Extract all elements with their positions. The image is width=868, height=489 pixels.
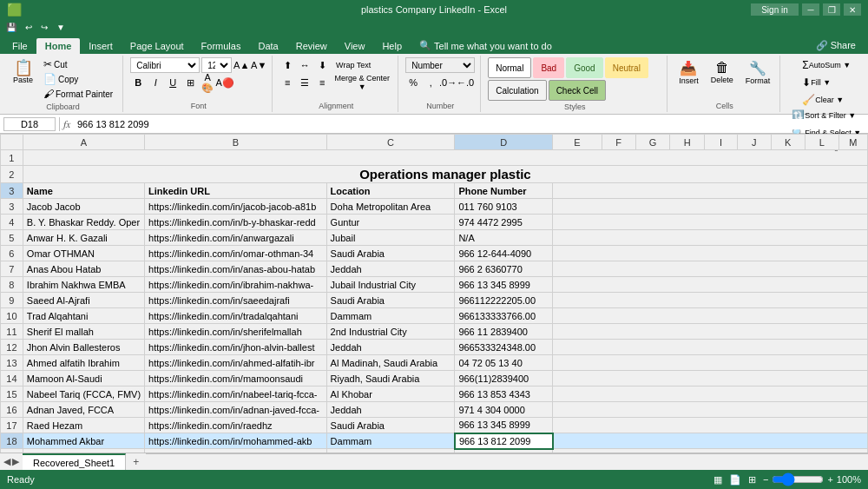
percent-button[interactable]: % bbox=[405, 75, 421, 90]
col-header-a[interactable]: A bbox=[23, 135, 144, 150]
cell-name[interactable]: B. Y. Bhaskar Reddy. Oper bbox=[23, 215, 144, 230]
cell-name[interactable]: Ahmed alfatih Ibrahim bbox=[23, 355, 144, 371]
fill-button[interactable]: ⬇Fill ▼ bbox=[798, 75, 835, 90]
align-left-button[interactable]: ≡ bbox=[279, 75, 295, 90]
cell-location[interactable]: Saudi Arabia bbox=[326, 418, 455, 433]
cell-location[interactable]: Al Madinah, Saudi Arabia bbox=[326, 355, 455, 371]
cell-empty[interactable] bbox=[553, 433, 868, 449]
cell-location[interactable]: Saudi Arabia bbox=[326, 246, 455, 261]
cell-empty[interactable] bbox=[553, 277, 868, 293]
tab-data[interactable]: Data bbox=[249, 38, 286, 54]
col-header-d[interactable]: D bbox=[455, 135, 553, 150]
cell-name[interactable]: Nabeel Tariq (FCCA, FMV) bbox=[23, 387, 144, 402]
tab-formulas[interactable]: Formulas bbox=[193, 38, 250, 54]
undo-icon[interactable]: ↩ bbox=[23, 22, 35, 33]
col-header-f[interactable]: F bbox=[602, 135, 635, 150]
cell-url[interactable]: https://linkedin.com/in/omar-othman-34 bbox=[145, 246, 327, 261]
cell-phone[interactable]: 011 760 9103 bbox=[455, 199, 553, 215]
cell-empty[interactable] bbox=[553, 230, 868, 246]
style-calculation[interactable]: Calculation bbox=[488, 80, 546, 101]
border-button[interactable]: ⊞ bbox=[182, 75, 198, 90]
cell-url[interactable]: https://linkedin.com/in/jacob-jacob-a81b bbox=[145, 199, 327, 215]
fill-color-button[interactable]: A🎨 bbox=[200, 75, 215, 90]
cell-location[interactable]: Jubail bbox=[326, 230, 455, 246]
tab-help[interactable]: Help bbox=[373, 38, 411, 54]
col-header-e[interactable]: E bbox=[553, 135, 602, 150]
tab-tell-me[interactable]: 🔍Tell me what you want to do bbox=[411, 37, 561, 54]
cell-name[interactable]: Anas Abou Hatab bbox=[23, 261, 144, 277]
prev-sheet-icon[interactable]: ◀ bbox=[3, 456, 10, 467]
style-normal[interactable]: Normal bbox=[488, 57, 531, 78]
format-painter-button[interactable]: 🖌 Format Painter bbox=[39, 87, 117, 101]
cell-url[interactable]: https://linkedin.com/in/mamoonsaudi bbox=[145, 371, 327, 387]
cell-location[interactable]: Jeddah bbox=[326, 449, 455, 453]
style-good[interactable]: Good bbox=[566, 57, 602, 78]
cell-phone[interactable]: 974 4472 2995 bbox=[455, 215, 553, 230]
align-bottom-button[interactable]: ⬇ bbox=[314, 57, 330, 73]
wrap-text-button[interactable]: Wrap Text bbox=[332, 57, 375, 73]
underline-button[interactable]: U bbox=[165, 75, 181, 90]
cell-url[interactable]: https://linkedin.com/in/tradalqahtani bbox=[145, 308, 327, 324]
font-family-select[interactable]: Calibri bbox=[130, 57, 200, 73]
cell-phone[interactable]: 966112222205.00 bbox=[455, 293, 553, 308]
next-sheet-icon[interactable]: ▶ bbox=[12, 456, 19, 467]
sheet-title-cell[interactable]: Operations manager plastic bbox=[23, 166, 867, 183]
increase-decimal-button[interactable]: .0→ bbox=[440, 75, 456, 90]
merge-center-button[interactable]: Merge & Center ▼ bbox=[332, 75, 392, 90]
style-bad[interactable]: Bad bbox=[533, 57, 564, 78]
align-right-button[interactable]: ≡ bbox=[314, 75, 330, 90]
cell-name[interactable]: Sherif El mallah bbox=[23, 324, 144, 340]
cell-name[interactable]: Anwar H. K. Gazali bbox=[23, 230, 144, 246]
cell-name[interactable]: Raed Hezam bbox=[23, 418, 144, 433]
cell-url[interactable]: https://linkedin.com/in/jhon-alvin-balle… bbox=[145, 340, 327, 355]
cell-url[interactable]: https://linkedin.com/in/adnan-javed-fcca… bbox=[145, 402, 327, 418]
cell-phone[interactable]: 966 2 6360770 bbox=[455, 261, 553, 277]
cell-location[interactable]: Riyadh, Saudi Arabia bbox=[326, 371, 455, 387]
cell-url[interactable]: https://linkedin.com/in/ahmed-alfatih-ib… bbox=[145, 355, 327, 371]
cell-url[interactable]: https://linkedin.com/in/raedhz bbox=[145, 418, 327, 433]
cell-url[interactable]: https://linkedin.com/in/b-y-bhaskar-redd bbox=[145, 215, 327, 230]
cell-name[interactable]: Abdelfattah Alnimer MBA bbox=[23, 449, 144, 453]
font-color-button[interactable]: A🔴 bbox=[217, 75, 233, 90]
cell-empty[interactable] bbox=[553, 261, 868, 277]
cell-empty[interactable] bbox=[553, 215, 868, 230]
cell-location[interactable]: 2nd Industrial City bbox=[326, 324, 455, 340]
col-header-l[interactable]: L bbox=[805, 135, 838, 150]
cell-url[interactable]: https://linkedin.com/in/ibrahim-nakhwa- bbox=[145, 277, 327, 293]
formula-input[interactable] bbox=[74, 119, 865, 129]
align-middle-button[interactable]: ↔ bbox=[297, 57, 312, 73]
cut-button[interactable]: ✂ Cut bbox=[39, 57, 117, 71]
cell-phone[interactable]: 966 13 853 4343 bbox=[455, 387, 553, 402]
tab-view[interactable]: View bbox=[336, 38, 374, 54]
cell-url[interactable]: https://linkedin.com/in/nabeel-tariq-fcc… bbox=[145, 387, 327, 402]
cell-empty[interactable] bbox=[553, 355, 868, 371]
cell-location[interactable]: Jeddah bbox=[326, 261, 455, 277]
col-header-i[interactable]: I bbox=[704, 135, 737, 150]
cell-phone[interactable]: 966(11)2839400 bbox=[455, 371, 553, 387]
paste-button[interactable]: 📋 Paste bbox=[9, 57, 37, 87]
add-sheet-button[interactable]: + bbox=[126, 453, 146, 470]
col-header-h[interactable]: H bbox=[670, 135, 705, 150]
cell-empty[interactable] bbox=[553, 387, 868, 402]
cell-empty[interactable] bbox=[553, 418, 868, 433]
view-normal-icon[interactable]: ▦ bbox=[713, 474, 722, 486]
cell-empty[interactable] bbox=[553, 324, 868, 340]
cell-phone[interactable]: 966 13 345 8999 bbox=[455, 277, 553, 293]
zoom-out-button[interactable]: − bbox=[763, 474, 768, 485]
cell-phone[interactable]: 966533324348.00 bbox=[455, 340, 553, 355]
cell-location[interactable]: Dammam bbox=[326, 308, 455, 324]
quick-access-dropdown-icon[interactable]: ▼ bbox=[54, 22, 68, 33]
tab-file[interactable]: File bbox=[3, 38, 36, 54]
cell-phone[interactable]: 966 12 608 1033 bbox=[455, 449, 553, 453]
cell-empty[interactable] bbox=[553, 293, 868, 308]
cell-phone[interactable]: 966 13 812 2099 bbox=[455, 433, 553, 449]
cell-phone[interactable]: N/A bbox=[455, 230, 553, 246]
comma-button[interactable]: , bbox=[423, 75, 438, 90]
sheet-tab-recovered[interactable]: Recovered_Sheet1 bbox=[23, 453, 126, 470]
close-button[interactable]: ✕ bbox=[844, 3, 861, 16]
cell-name[interactable]: Jacob Jacob bbox=[23, 199, 144, 215]
view-layout-icon[interactable]: 📄 bbox=[729, 474, 741, 486]
cell-location[interactable]: Jeddah bbox=[326, 402, 455, 418]
col-header-b[interactable]: B bbox=[145, 135, 327, 150]
copy-button[interactable]: 📄 Copy bbox=[39, 72, 117, 86]
